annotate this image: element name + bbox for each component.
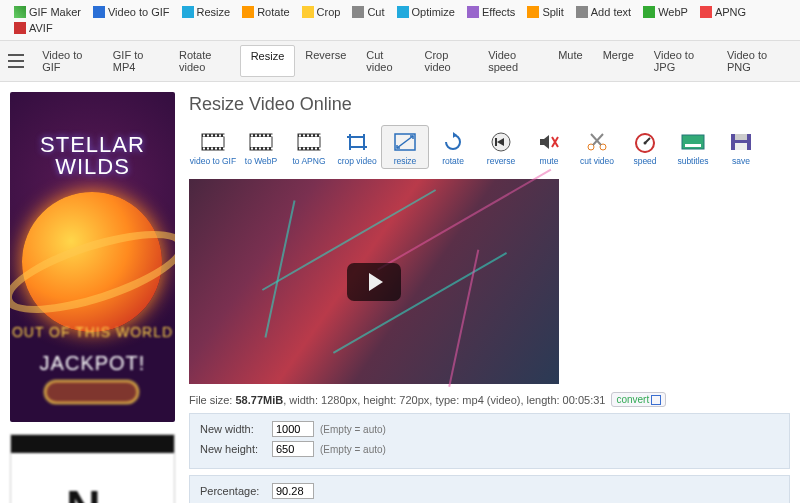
speed-icon xyxy=(631,130,659,154)
to-apng-icon xyxy=(295,130,323,154)
tool-speed[interactable]: speed xyxy=(621,125,669,169)
svg-rect-29 xyxy=(271,148,273,150)
height-hint: (Empty = auto) xyxy=(320,444,386,455)
tool-rotate[interactable]: rotate xyxy=(429,125,477,169)
topnav-split[interactable]: Split xyxy=(521,4,569,20)
tool-label: mute xyxy=(540,156,559,166)
convert-button[interactable]: convert xyxy=(611,392,666,407)
ad1-cta-button[interactable] xyxy=(44,380,139,404)
tool-label: to WebP xyxy=(245,156,277,166)
svg-rect-13 xyxy=(223,135,225,137)
tool-to-webp[interactable]: to WebP xyxy=(237,125,285,169)
topnav-label: Add text xyxy=(591,6,631,18)
video-preview[interactable] xyxy=(189,179,559,384)
svg-rect-54 xyxy=(685,144,701,147)
subtitles-icon xyxy=(679,130,707,154)
percentage-input[interactable] xyxy=(272,483,314,499)
crop-icon xyxy=(302,6,314,18)
svg-rect-23 xyxy=(259,148,261,150)
svg-rect-6 xyxy=(207,148,209,150)
subnav-cut-video[interactable]: Cut video xyxy=(356,45,414,77)
svg-rect-24 xyxy=(263,135,265,137)
width-input[interactable] xyxy=(272,421,314,437)
svg-rect-37 xyxy=(307,135,309,137)
ad-banner-1[interactable]: STELLAR WILDS OUT OF THIS WORLD JACKPOT! xyxy=(10,92,175,422)
svg-rect-42 xyxy=(315,148,317,150)
topnav-avif[interactable]: AVIF xyxy=(8,20,59,36)
subnav-mute[interactable]: Mute xyxy=(548,45,592,77)
tool-cut-video[interactable]: cut video xyxy=(573,125,621,169)
play-button[interactable] xyxy=(347,263,401,301)
percentage-form: Percentage: xyxy=(189,475,790,503)
svg-rect-44 xyxy=(319,148,321,150)
svg-rect-8 xyxy=(211,148,213,150)
svg-rect-34 xyxy=(299,148,301,150)
video-to-gif-icon xyxy=(93,6,105,18)
topnav-webp[interactable]: WebP xyxy=(637,4,694,20)
tool-resize[interactable]: resize xyxy=(381,125,429,169)
svg-rect-36 xyxy=(303,148,305,150)
tool-label: subtitles xyxy=(677,156,708,166)
subnav-video-speed[interactable]: Video speed xyxy=(478,45,548,77)
topnav-label: Split xyxy=(542,6,563,18)
svg-point-52 xyxy=(644,142,647,145)
tool-reverse[interactable]: reverse xyxy=(477,125,525,169)
tool-crop-video[interactable]: crop video xyxy=(333,125,381,169)
subnav-video-to-jpg[interactable]: Video to JPG xyxy=(644,45,717,77)
tool-save[interactable]: save xyxy=(717,125,765,169)
topnav-crop[interactable]: Crop xyxy=(296,4,347,20)
subnav-video-to-gif[interactable]: Video to GIF xyxy=(32,45,103,77)
topnav-apng[interactable]: APNG xyxy=(694,4,752,20)
topnav-label: WebP xyxy=(658,6,688,18)
tool-label: rotate xyxy=(442,156,464,166)
rotate-icon xyxy=(242,6,254,18)
sub-nav: Video to GIFGIF to MP4Rotate videoResize… xyxy=(0,41,800,82)
meta-prefix: File size: xyxy=(189,394,235,406)
topnav-add-text[interactable]: Add text xyxy=(570,4,637,20)
crop-video-icon xyxy=(343,130,371,154)
topnav-optimize[interactable]: Optimize xyxy=(391,4,461,20)
topnav-label: Optimize xyxy=(412,6,455,18)
topnav-video-to-gif[interactable]: Video to GIF xyxy=(87,4,176,20)
tool-label: resize xyxy=(394,156,417,166)
apng-icon xyxy=(700,6,712,18)
subnav-resize[interactable]: Resize xyxy=(240,45,296,77)
height-input[interactable] xyxy=(272,441,314,457)
topnav-effects[interactable]: Effects xyxy=(461,4,521,20)
topnav-rotate[interactable]: Rotate xyxy=(236,4,295,20)
percentage-label: Percentage: xyxy=(200,485,266,497)
tool-video-to-gif[interactable]: video to GIF xyxy=(189,125,237,169)
effects-icon xyxy=(467,6,479,18)
subnav-video-to-png[interactable]: Video to PNG xyxy=(717,45,792,77)
svg-rect-19 xyxy=(251,148,253,150)
tool-row: video to GIFto WebPto APNGcrop videoresi… xyxy=(189,125,790,169)
ad1-sub2: JACKPOT! xyxy=(10,352,175,375)
save-icon xyxy=(727,130,755,154)
svg-rect-7 xyxy=(211,135,213,137)
tool-label: crop video xyxy=(337,156,376,166)
mute-icon xyxy=(535,130,563,154)
subnav-rotate-video[interactable]: Rotate video xyxy=(169,45,240,77)
topnav-label: Crop xyxy=(317,6,341,18)
tool-to-apng[interactable]: to APNG xyxy=(285,125,333,169)
ad1-title2: WILDS xyxy=(10,154,175,180)
tool-subtitles[interactable]: subtitles xyxy=(669,125,717,169)
topnav-label: Rotate xyxy=(257,6,289,18)
subnav-gif-to-mp4[interactable]: GIF to MP4 xyxy=(103,45,169,77)
subnav-merge[interactable]: Merge xyxy=(593,45,644,77)
topnav-gif-maker[interactable]: GIF Maker xyxy=(8,4,87,20)
ad-banner-2[interactable]: N xyxy=(10,434,175,503)
topnav-cut[interactable]: Cut xyxy=(346,4,390,20)
topnav-label: GIF Maker xyxy=(29,6,81,18)
tool-mute[interactable]: mute xyxy=(525,125,573,169)
svg-rect-12 xyxy=(219,148,221,150)
svg-rect-10 xyxy=(215,148,217,150)
topnav-resize[interactable]: Resize xyxy=(176,4,237,20)
topnav-label: Cut xyxy=(367,6,384,18)
menu-icon[interactable] xyxy=(8,54,24,68)
subnav-reverse[interactable]: Reverse xyxy=(295,45,356,77)
add-text-icon xyxy=(576,6,588,18)
resize-form: New width: (Empty = auto) New height: (E… xyxy=(189,413,790,469)
svg-rect-9 xyxy=(215,135,217,137)
subnav-crop-video[interactable]: Crop video xyxy=(414,45,478,77)
